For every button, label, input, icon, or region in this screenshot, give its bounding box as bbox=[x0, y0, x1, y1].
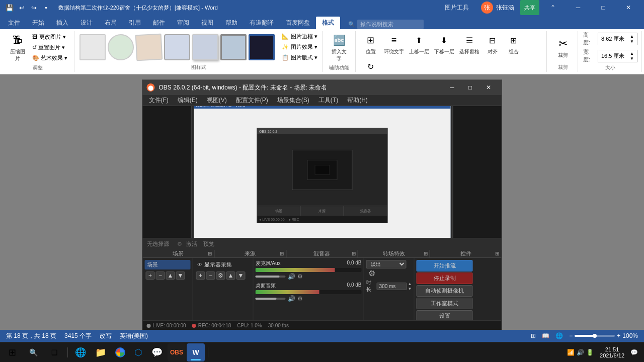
obs-source-item[interactable]: 👁 显示器采集 bbox=[195, 260, 251, 269]
obs-mute-button-1[interactable]: 🔊 bbox=[288, 273, 295, 280]
art-effects-button[interactable]: 🎨 艺术效果 ▾ bbox=[30, 53, 69, 63]
obs-duration-input[interactable] bbox=[377, 283, 407, 290]
reset-image-button[interactable]: ↺ 重置图片 ▾ bbox=[30, 43, 69, 52]
chrome-taskbar-button[interactable] bbox=[111, 343, 129, 361]
obs-menu-profile[interactable]: 配置文件(P) bbox=[232, 95, 272, 106]
system-clock[interactable]: 21:51 2021/6/12 bbox=[596, 346, 628, 358]
reading-view-icon[interactable]: 📖 bbox=[542, 332, 549, 339]
obs-start-stream-button[interactable]: 开始推流 bbox=[417, 260, 473, 272]
group-button[interactable]: ⊞ 组合 bbox=[504, 31, 524, 56]
obs-sources-tab[interactable]: 来源 ⊞ bbox=[214, 250, 286, 257]
obs-transition-select[interactable]: 淡出 bbox=[366, 260, 407, 268]
undo-button[interactable]: ↩ bbox=[16, 2, 27, 13]
source-up-button[interactable]: ▲ bbox=[226, 272, 235, 280]
web-view-icon[interactable]: 🌐 bbox=[555, 332, 563, 339]
close-button[interactable]: ✕ bbox=[617, 0, 640, 15]
edge-taskbar-button[interactable]: 🌐 bbox=[71, 343, 90, 361]
img-style-5[interactable] bbox=[192, 34, 218, 60]
layout-view-icon[interactable]: ⊞ bbox=[531, 332, 536, 339]
zoom-slider[interactable] bbox=[575, 335, 615, 337]
zoom-in-button[interactable]: + bbox=[617, 332, 620, 339]
source-settings-button[interactable]: ⚙ bbox=[216, 272, 225, 280]
remove-source-button[interactable]: − bbox=[206, 272, 215, 280]
tab-view[interactable]: 视图 bbox=[195, 17, 219, 29]
tab-insert[interactable]: 插入 bbox=[50, 17, 74, 29]
vscode-taskbar-button[interactable]: ⬡ bbox=[130, 343, 146, 361]
change-image-button[interactable]: 🖼 更改图片 ▾ bbox=[30, 32, 69, 42]
height-down[interactable]: ▼ bbox=[630, 39, 634, 44]
customize-button[interactable]: ▾ bbox=[40, 2, 51, 13]
obs-close-button[interactable]: ✕ bbox=[479, 81, 498, 94]
source-down-button[interactable]: ▼ bbox=[236, 272, 246, 280]
redo-button[interactable]: ↪ bbox=[28, 2, 39, 13]
tab-home[interactable]: 开始 bbox=[26, 17, 50, 29]
height-up[interactable]: ▲ bbox=[630, 34, 634, 39]
tab-review[interactable]: 审阅 bbox=[171, 17, 195, 29]
height-input[interactable]: 8.62 厘米 ▲ ▼ bbox=[598, 33, 637, 45]
obs-menu-edit[interactable]: 编辑(E) bbox=[174, 95, 202, 106]
obs-track-settings-2[interactable]: ⚙ bbox=[297, 295, 303, 302]
align-button[interactable]: ⊟ 对齐 bbox=[482, 31, 503, 56]
maximize-button[interactable]: □ bbox=[592, 0, 615, 15]
obs-volume-slider-2[interactable] bbox=[256, 298, 286, 300]
image-effect-button[interactable]: ✨ 图片效果 ▾ bbox=[280, 42, 319, 52]
search-input[interactable]: 操作说明搜索 bbox=[357, 20, 424, 29]
width-input[interactable]: 16.5 厘米 ▲ ▼ bbox=[598, 50, 637, 62]
zoom-handle[interactable] bbox=[593, 334, 597, 338]
obs-controls-tab[interactable]: 控件 ⊞ bbox=[430, 250, 502, 257]
obs-maximize-button[interactable]: □ bbox=[461, 81, 479, 94]
add-source-button[interactable]: + bbox=[196, 272, 205, 280]
obs-menu-help[interactable]: 帮助(H) bbox=[343, 95, 372, 106]
width-down[interactable]: ▼ bbox=[630, 56, 634, 61]
obs-scenes-tab[interactable]: 场景 ⊞ bbox=[143, 250, 215, 257]
img-style-4[interactable] bbox=[164, 34, 190, 60]
img-style-3[interactable] bbox=[135, 33, 163, 61]
minimize-button[interactable]: ─ bbox=[567, 0, 590, 15]
obs-volume-slider-1[interactable] bbox=[256, 276, 286, 278]
move-up-button[interactable]: ⬆ 上移一层 bbox=[407, 31, 431, 56]
search-button[interactable]: 🔍 bbox=[23, 343, 43, 361]
zoom-out-button[interactable]: − bbox=[569, 332, 573, 339]
add-scene-button[interactable]: + bbox=[146, 272, 155, 280]
obs-scene-item[interactable]: 场景 bbox=[145, 260, 191, 269]
obs-duration-up[interactable]: ▲ bbox=[408, 282, 412, 286]
position-button[interactable]: ⊞ 位置 bbox=[361, 31, 381, 56]
obs-minimize-button[interactable]: ─ bbox=[443, 81, 461, 94]
obs-menu-scene-collection[interactable]: 场景集合(S) bbox=[273, 95, 313, 106]
selection-pane-button[interactable]: ☰ 选择窗格 bbox=[457, 31, 481, 56]
start-button[interactable]: ⊞ bbox=[2, 343, 22, 361]
image-layout-button[interactable]: 📋 图片版式 ▾ bbox=[280, 53, 319, 62]
obs-stop-record-button[interactable]: 停止录制 bbox=[417, 273, 473, 284]
insert-text-button[interactable]: 🔤 插入文字 bbox=[328, 31, 351, 63]
obs-studio-mode-button[interactable]: 工作室模式 bbox=[417, 298, 473, 309]
tab-baidu[interactable]: 百度网盘 bbox=[280, 17, 316, 29]
preview-label[interactable]: 预览 bbox=[203, 240, 214, 248]
obs-mute-button-2[interactable]: 🔊 bbox=[288, 295, 295, 302]
tab-design[interactable]: 设计 bbox=[74, 17, 99, 29]
tab-format[interactable]: 格式 bbox=[316, 17, 340, 29]
word-taskbar-button[interactable]: W bbox=[187, 343, 205, 361]
obs-menu-tools[interactable]: 工具(T) bbox=[314, 95, 342, 106]
obs-transition-settings[interactable]: ⚙ bbox=[368, 269, 375, 278]
move-down-button[interactable]: ⬇ 下移一层 bbox=[432, 31, 456, 56]
wechat-taskbar-button[interactable]: 💬 bbox=[147, 343, 167, 361]
crop-button[interactable]: ✂ 裁剪 bbox=[553, 35, 573, 60]
scene-down-button[interactable]: ▼ bbox=[176, 272, 185, 280]
obs-menu-file[interactable]: 文件(F) bbox=[145, 95, 173, 106]
battery-icon[interactable]: 🔋 bbox=[586, 349, 594, 356]
notification-icon[interactable]: 💬 bbox=[630, 349, 638, 356]
obs-menu-view[interactable]: 视图(V) bbox=[203, 95, 231, 106]
width-up[interactable]: ▲ bbox=[630, 51, 634, 56]
compress-image-button[interactable]: 🗜 压缩图片 bbox=[6, 31, 29, 63]
file-explorer-taskbar-button[interactable]: 📁 bbox=[91, 343, 110, 361]
height-spinner[interactable]: ▲ ▼ bbox=[630, 34, 634, 44]
text-wrap-button[interactable]: ≡ 环绕文字 bbox=[382, 31, 406, 56]
img-style-2[interactable] bbox=[108, 34, 134, 60]
active-label[interactable]: 激活 bbox=[186, 240, 197, 248]
task-view-button[interactable]: ❑ bbox=[44, 343, 64, 361]
tab-file[interactable]: 文件 bbox=[2, 17, 26, 29]
tab-layout[interactable]: 布局 bbox=[99, 17, 123, 29]
img-style-active[interactable] bbox=[249, 34, 275, 60]
obs-mixer-tab[interactable]: 混音器 ⊞ bbox=[286, 250, 358, 257]
ribbon-toggle-button[interactable]: ⌃ bbox=[541, 0, 565, 15]
